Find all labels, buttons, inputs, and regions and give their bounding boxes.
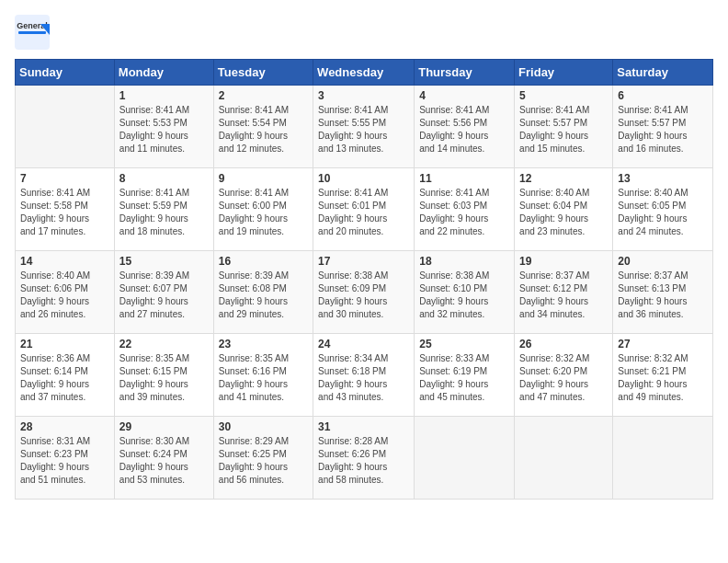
day-of-week-header: Friday	[515, 60, 613, 86]
calendar-cell: 20Sunrise: 8:37 AMSunset: 6:13 PMDayligh…	[613, 251, 713, 334]
day-of-week-header: Tuesday	[213, 60, 313, 86]
day-info: Sunrise: 8:39 AMSunset: 6:07 PMDaylight:…	[119, 270, 209, 321]
calendar-cell: 13Sunrise: 8:40 AMSunset: 6:05 PMDayligh…	[613, 168, 713, 251]
page-header: General	[15, 15, 713, 50]
calendar-week-row: 21Sunrise: 8:36 AMSunset: 6:14 PMDayligh…	[16, 334, 713, 417]
day-info: Sunrise: 8:41 AMSunset: 5:59 PMDaylight:…	[119, 187, 209, 238]
calendar-cell: 25Sunrise: 8:33 AMSunset: 6:19 PMDayligh…	[415, 334, 515, 417]
day-number: 14	[20, 255, 109, 268]
day-info: Sunrise: 8:32 AMSunset: 6:21 PMDaylight:…	[618, 352, 708, 404]
calendar-cell: 10Sunrise: 8:41 AMSunset: 6:01 PMDayligh…	[313, 168, 415, 251]
calendar-cell: 7Sunrise: 8:41 AMSunset: 5:58 PMDaylight…	[16, 168, 115, 251]
day-of-week-header: Monday	[114, 60, 213, 86]
calendar-week-row: 28Sunrise: 8:31 AMSunset: 6:23 PMDayligh…	[16, 417, 713, 500]
day-info: Sunrise: 8:33 AMSunset: 6:19 PMDaylight:…	[419, 352, 509, 404]
svg-rect-2	[18, 31, 46, 34]
day-of-week-header: Wednesday	[313, 60, 415, 86]
day-info: Sunrise: 8:41 AMSunset: 5:57 PMDaylight:…	[618, 104, 708, 155]
day-number: 17	[318, 255, 409, 268]
calendar-cell: 30Sunrise: 8:29 AMSunset: 6:25 PMDayligh…	[213, 417, 313, 500]
day-number: 2	[219, 89, 308, 102]
day-number: 4	[419, 89, 509, 102]
calendar-cell: 22Sunrise: 8:35 AMSunset: 6:15 PMDayligh…	[114, 334, 213, 417]
day-info: Sunrise: 8:41 AMSunset: 5:55 PMDaylight:…	[318, 104, 409, 155]
day-number: 29	[119, 420, 209, 433]
day-number: 1	[119, 89, 209, 102]
calendar-cell: 19Sunrise: 8:37 AMSunset: 6:12 PMDayligh…	[515, 251, 613, 334]
day-number: 9	[219, 172, 308, 185]
calendar-cell	[515, 417, 613, 500]
day-info: Sunrise: 8:41 AMSunset: 5:56 PMDaylight:…	[419, 104, 509, 155]
day-number: 8	[119, 172, 209, 185]
day-number: 20	[618, 255, 708, 268]
day-number: 24	[318, 338, 409, 350]
day-info: Sunrise: 8:41 AMSunset: 5:57 PMDaylight:…	[519, 104, 608, 155]
calendar-cell: 29Sunrise: 8:30 AMSunset: 6:24 PMDayligh…	[114, 417, 213, 500]
day-of-week-header: Saturday	[613, 60, 713, 86]
calendar-cell: 23Sunrise: 8:35 AMSunset: 6:16 PMDayligh…	[213, 334, 313, 417]
calendar-cell	[16, 86, 115, 168]
day-number: 12	[519, 172, 608, 185]
day-info: Sunrise: 8:40 AMSunset: 6:04 PMDaylight:…	[519, 187, 608, 238]
calendar-cell: 28Sunrise: 8:31 AMSunset: 6:23 PMDayligh…	[16, 417, 115, 500]
calendar-table: SundayMondayTuesdayWednesdayThursdayFrid…	[15, 59, 713, 500]
day-number: 31	[318, 420, 409, 433]
logo-icon: General	[15, 15, 50, 50]
day-number: 16	[219, 255, 308, 268]
calendar-cell: 9Sunrise: 8:41 AMSunset: 6:00 PMDaylight…	[213, 168, 313, 251]
calendar-week-row: 14Sunrise: 8:40 AMSunset: 6:06 PMDayligh…	[16, 251, 713, 334]
calendar-cell: 6Sunrise: 8:41 AMSunset: 5:57 PMDaylight…	[613, 86, 713, 168]
day-info: Sunrise: 8:31 AMSunset: 6:23 PMDaylight:…	[20, 435, 109, 487]
day-number: 11	[419, 172, 509, 185]
day-info: Sunrise: 8:38 AMSunset: 6:10 PMDaylight:…	[419, 270, 509, 321]
calendar-cell: 31Sunrise: 8:28 AMSunset: 6:26 PMDayligh…	[313, 417, 415, 500]
day-info: Sunrise: 8:38 AMSunset: 6:09 PMDaylight:…	[318, 270, 409, 321]
day-info: Sunrise: 8:37 AMSunset: 6:13 PMDaylight:…	[618, 270, 708, 321]
day-number: 6	[618, 89, 708, 102]
calendar-week-row: 7Sunrise: 8:41 AMSunset: 5:58 PMDaylight…	[16, 168, 713, 251]
logo: General	[15, 15, 53, 50]
day-number: 30	[219, 420, 308, 433]
day-info: Sunrise: 8:41 AMSunset: 5:54 PMDaylight:…	[219, 104, 308, 155]
calendar-cell: 12Sunrise: 8:40 AMSunset: 6:04 PMDayligh…	[515, 168, 613, 251]
calendar-cell: 27Sunrise: 8:32 AMSunset: 6:21 PMDayligh…	[613, 334, 713, 417]
calendar-cell: 21Sunrise: 8:36 AMSunset: 6:14 PMDayligh…	[16, 334, 115, 417]
day-info: Sunrise: 8:40 AMSunset: 6:05 PMDaylight:…	[618, 187, 708, 238]
day-number: 22	[119, 338, 209, 350]
calendar-week-row: 1Sunrise: 8:41 AMSunset: 5:53 PMDaylight…	[16, 86, 713, 168]
day-info: Sunrise: 8:30 AMSunset: 6:24 PMDaylight:…	[119, 435, 209, 487]
day-info: Sunrise: 8:36 AMSunset: 6:14 PMDaylight:…	[20, 352, 109, 404]
day-number: 18	[419, 255, 509, 268]
calendar-cell: 5Sunrise: 8:41 AMSunset: 5:57 PMDaylight…	[515, 86, 613, 168]
day-of-week-header: Sunday	[16, 60, 115, 86]
day-number: 15	[119, 255, 209, 268]
day-info: Sunrise: 8:35 AMSunset: 6:15 PMDaylight:…	[119, 352, 209, 404]
day-number: 7	[20, 172, 109, 185]
day-info: Sunrise: 8:39 AMSunset: 6:08 PMDaylight:…	[219, 270, 308, 321]
calendar-cell: 3Sunrise: 8:41 AMSunset: 5:55 PMDaylight…	[313, 86, 415, 168]
calendar-cell: 11Sunrise: 8:41 AMSunset: 6:03 PMDayligh…	[415, 168, 515, 251]
calendar-cell	[415, 417, 515, 500]
day-info: Sunrise: 8:40 AMSunset: 6:06 PMDaylight:…	[20, 270, 109, 321]
calendar-cell: 15Sunrise: 8:39 AMSunset: 6:07 PMDayligh…	[114, 251, 213, 334]
calendar-cell: 24Sunrise: 8:34 AMSunset: 6:18 PMDayligh…	[313, 334, 415, 417]
day-info: Sunrise: 8:32 AMSunset: 6:20 PMDaylight:…	[519, 352, 608, 404]
day-info: Sunrise: 8:41 AMSunset: 6:01 PMDaylight:…	[318, 187, 409, 238]
day-info: Sunrise: 8:41 AMSunset: 5:58 PMDaylight:…	[20, 187, 109, 238]
day-number: 25	[419, 338, 509, 350]
day-number: 10	[318, 172, 409, 185]
calendar-cell: 2Sunrise: 8:41 AMSunset: 5:54 PMDaylight…	[213, 86, 313, 168]
calendar-cell: 26Sunrise: 8:32 AMSunset: 6:20 PMDayligh…	[515, 334, 613, 417]
day-number: 13	[618, 172, 708, 185]
day-number: 23	[219, 338, 308, 350]
day-info: Sunrise: 8:37 AMSunset: 6:12 PMDaylight:…	[519, 270, 608, 321]
day-number: 28	[20, 420, 109, 433]
day-number: 3	[318, 89, 409, 102]
calendar-cell: 8Sunrise: 8:41 AMSunset: 5:59 PMDaylight…	[114, 168, 213, 251]
day-number: 19	[519, 255, 608, 268]
day-of-week-header: Thursday	[415, 60, 515, 86]
day-info: Sunrise: 8:34 AMSunset: 6:18 PMDaylight:…	[318, 352, 409, 404]
calendar-cell: 4Sunrise: 8:41 AMSunset: 5:56 PMDaylight…	[415, 86, 515, 168]
calendar-cell	[613, 417, 713, 500]
day-number: 27	[618, 338, 708, 350]
